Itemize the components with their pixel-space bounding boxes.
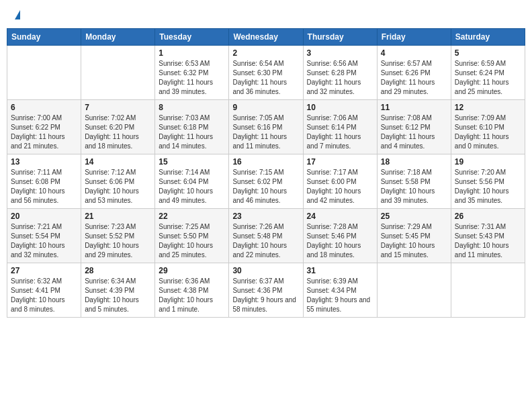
- day-number: 3: [307, 48, 373, 58]
- calendar-cell: 27Sunrise: 6:32 AM Sunset: 4:41 PM Dayli…: [7, 263, 81, 318]
- day-number: 13: [11, 157, 77, 167]
- weekday-header-saturday: Saturday: [451, 29, 525, 46]
- day-info: Sunrise: 7:09 AM Sunset: 6:10 PM Dayligh…: [455, 113, 521, 151]
- day-info: Sunrise: 7:31 AM Sunset: 5:43 PM Dayligh…: [455, 222, 521, 260]
- calendar-week-row: 20Sunrise: 7:21 AM Sunset: 5:54 PM Dayli…: [7, 209, 525, 263]
- day-info: Sunrise: 7:12 AM Sunset: 6:06 PM Dayligh…: [85, 168, 151, 205]
- calendar-cell: [377, 263, 451, 318]
- day-number: 27: [11, 266, 77, 275]
- day-number: 14: [85, 157, 151, 167]
- day-info: Sunrise: 7:02 AM Sunset: 6:20 PM Dayligh…: [85, 113, 151, 151]
- calendar-cell: 17Sunrise: 7:17 AM Sunset: 6:00 PM Dayli…: [303, 154, 377, 209]
- calendar-cell: 3Sunrise: 6:56 AM Sunset: 6:28 PM Daylig…: [303, 46, 377, 100]
- day-info: Sunrise: 7:00 AM Sunset: 6:22 PM Dayligh…: [11, 113, 77, 151]
- day-info: Sunrise: 7:06 AM Sunset: 6:14 PM Dayligh…: [307, 113, 373, 151]
- calendar-cell: 9Sunrise: 7:05 AM Sunset: 6:16 PM Daylig…: [229, 100, 303, 154]
- calendar-cell: 21Sunrise: 7:23 AM Sunset: 5:52 PM Dayli…: [81, 209, 155, 263]
- day-number: 12: [455, 103, 521, 112]
- day-info: Sunrise: 6:37 AM Sunset: 4:36 PM Dayligh…: [232, 277, 299, 314]
- day-number: 26: [455, 212, 521, 221]
- logo-icon: [15, 10, 20, 19]
- weekday-header-sunday: Sunday: [7, 29, 81, 46]
- calendar-cell: 26Sunrise: 7:31 AM Sunset: 5:43 PM Dayli…: [451, 209, 525, 263]
- calendar-cell: 14Sunrise: 7:12 AM Sunset: 6:06 PM Dayli…: [81, 154, 155, 209]
- calendar-week-row: 6Sunrise: 7:00 AM Sunset: 6:22 PM Daylig…: [7, 100, 525, 154]
- calendar-cell: 8Sunrise: 7:03 AM Sunset: 6:18 PM Daylig…: [155, 100, 229, 154]
- day-info: Sunrise: 7:05 AM Sunset: 6:16 PM Dayligh…: [232, 113, 299, 151]
- weekday-header-tuesday: Tuesday: [155, 29, 229, 46]
- calendar-cell: [7, 46, 81, 100]
- day-number: 7: [85, 103, 151, 112]
- day-info: Sunrise: 7:15 AM Sunset: 6:02 PM Dayligh…: [232, 168, 299, 205]
- day-info: Sunrise: 6:54 AM Sunset: 6:30 PM Dayligh…: [232, 59, 299, 97]
- calendar-cell: 11Sunrise: 7:08 AM Sunset: 6:12 PM Dayli…: [377, 100, 451, 154]
- page-header: [7, 7, 525, 23]
- day-number: 16: [232, 157, 299, 167]
- calendar-cell: 7Sunrise: 7:02 AM Sunset: 6:20 PM Daylig…: [81, 100, 155, 154]
- calendar-cell: 5Sunrise: 6:59 AM Sunset: 6:24 PM Daylig…: [451, 46, 525, 100]
- day-info: Sunrise: 6:59 AM Sunset: 6:24 PM Dayligh…: [455, 59, 521, 97]
- calendar-cell: 23Sunrise: 7:26 AM Sunset: 5:48 PM Dayli…: [229, 209, 303, 263]
- calendar-cell: 31Sunrise: 6:39 AM Sunset: 4:34 PM Dayli…: [303, 263, 377, 318]
- day-number: 4: [381, 48, 447, 58]
- day-info: Sunrise: 7:03 AM Sunset: 6:18 PM Dayligh…: [159, 113, 225, 151]
- day-number: 22: [159, 212, 225, 221]
- day-info: Sunrise: 6:34 AM Sunset: 4:39 PM Dayligh…: [85, 277, 151, 314]
- calendar-cell: 15Sunrise: 7:14 AM Sunset: 6:04 PM Dayli…: [155, 154, 229, 209]
- calendar-week-row: 27Sunrise: 6:32 AM Sunset: 4:41 PM Dayli…: [7, 263, 525, 318]
- calendar-cell: [81, 46, 155, 100]
- calendar-cell: 18Sunrise: 7:18 AM Sunset: 5:58 PM Dayli…: [377, 154, 451, 209]
- day-info: Sunrise: 7:21 AM Sunset: 5:54 PM Dayligh…: [11, 222, 77, 260]
- calendar-cell: 28Sunrise: 6:34 AM Sunset: 4:39 PM Dayli…: [81, 263, 155, 318]
- day-info: Sunrise: 7:18 AM Sunset: 5:58 PM Dayligh…: [381, 168, 447, 205]
- weekday-header-thursday: Thursday: [303, 29, 377, 46]
- calendar-header-row: SundayMondayTuesdayWednesdayThursdayFrid…: [7, 29, 525, 46]
- day-info: Sunrise: 6:53 AM Sunset: 6:32 PM Dayligh…: [159, 59, 225, 97]
- calendar-cell: 1Sunrise: 6:53 AM Sunset: 6:32 PM Daylig…: [155, 46, 229, 100]
- day-number: 10: [307, 103, 373, 112]
- calendar-cell: 20Sunrise: 7:21 AM Sunset: 5:54 PM Dayli…: [7, 209, 81, 263]
- day-number: 8: [159, 103, 225, 112]
- day-info: Sunrise: 6:32 AM Sunset: 4:41 PM Dayligh…: [11, 277, 77, 314]
- day-number: 2: [232, 48, 299, 58]
- calendar-cell: 22Sunrise: 7:25 AM Sunset: 5:50 PM Dayli…: [155, 209, 229, 263]
- day-number: 9: [232, 103, 299, 112]
- day-number: 5: [455, 48, 521, 58]
- day-number: 6: [11, 103, 77, 112]
- day-info: Sunrise: 7:14 AM Sunset: 6:04 PM Dayligh…: [159, 168, 225, 205]
- day-number: 30: [232, 266, 299, 275]
- day-number: 20: [11, 212, 77, 221]
- calendar-cell: [451, 263, 525, 318]
- calendar-cell: 12Sunrise: 7:09 AM Sunset: 6:10 PM Dayli…: [451, 100, 525, 154]
- day-number: 18: [381, 157, 447, 167]
- weekday-header-friday: Friday: [377, 29, 451, 46]
- day-info: Sunrise: 6:56 AM Sunset: 6:28 PM Dayligh…: [307, 59, 373, 97]
- day-info: Sunrise: 6:36 AM Sunset: 4:38 PM Dayligh…: [159, 277, 225, 314]
- calendar-cell: 13Sunrise: 7:11 AM Sunset: 6:08 PM Dayli…: [7, 154, 81, 209]
- day-info: Sunrise: 7:26 AM Sunset: 5:48 PM Dayligh…: [232, 222, 299, 260]
- day-number: 21: [85, 212, 151, 221]
- weekday-header-wednesday: Wednesday: [229, 29, 303, 46]
- calendar-cell: 30Sunrise: 6:37 AM Sunset: 4:36 PM Dayli…: [229, 263, 303, 318]
- day-number: 24: [307, 212, 373, 221]
- calendar-cell: 29Sunrise: 6:36 AM Sunset: 4:38 PM Dayli…: [155, 263, 229, 318]
- day-info: Sunrise: 7:23 AM Sunset: 5:52 PM Dayligh…: [85, 222, 151, 260]
- day-info: Sunrise: 7:28 AM Sunset: 5:46 PM Dayligh…: [307, 222, 373, 260]
- day-info: Sunrise: 7:29 AM Sunset: 5:45 PM Dayligh…: [381, 222, 447, 260]
- day-number: 28: [85, 266, 151, 275]
- day-number: 25: [381, 212, 447, 221]
- day-info: Sunrise: 6:39 AM Sunset: 4:34 PM Dayligh…: [307, 277, 373, 314]
- calendar-cell: 25Sunrise: 7:29 AM Sunset: 5:45 PM Dayli…: [377, 209, 451, 263]
- day-info: Sunrise: 7:25 AM Sunset: 5:50 PM Dayligh…: [159, 222, 225, 260]
- day-info: Sunrise: 6:57 AM Sunset: 6:26 PM Dayligh…: [381, 59, 447, 97]
- day-info: Sunrise: 7:20 AM Sunset: 5:56 PM Dayligh…: [455, 168, 521, 205]
- calendar-week-row: 13Sunrise: 7:11 AM Sunset: 6:08 PM Dayli…: [7, 154, 525, 209]
- weekday-header-monday: Monday: [81, 29, 155, 46]
- day-info: Sunrise: 7:08 AM Sunset: 6:12 PM Dayligh…: [381, 113, 447, 151]
- day-number: 19: [455, 157, 521, 167]
- day-number: 1: [159, 48, 225, 58]
- calendar-cell: 19Sunrise: 7:20 AM Sunset: 5:56 PM Dayli…: [451, 154, 525, 209]
- calendar-cell: 24Sunrise: 7:28 AM Sunset: 5:46 PM Dayli…: [303, 209, 377, 263]
- day-number: 31: [307, 266, 373, 275]
- calendar-week-row: 1Sunrise: 6:53 AM Sunset: 6:32 PM Daylig…: [7, 46, 525, 100]
